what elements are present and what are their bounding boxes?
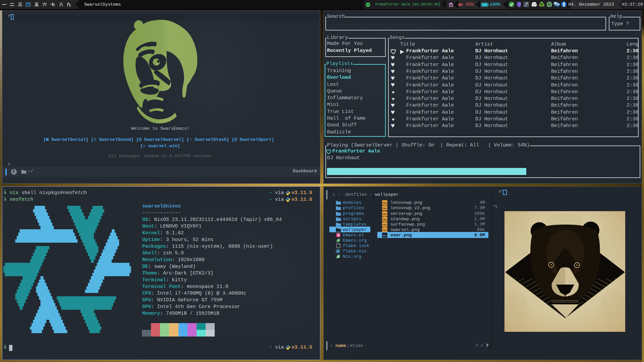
svg-text:PNG: PNG [382,213,387,215]
svg-text:PNG: PNG [382,207,387,209]
svg-text:PNG: PNG [382,218,387,220]
svg-text:PNG: PNG [382,224,387,226]
svg-text:PNG: PNG [382,234,387,236]
svg-text:PNG: PNG [382,202,387,204]
svg-text:PNG: PNG [382,229,387,231]
